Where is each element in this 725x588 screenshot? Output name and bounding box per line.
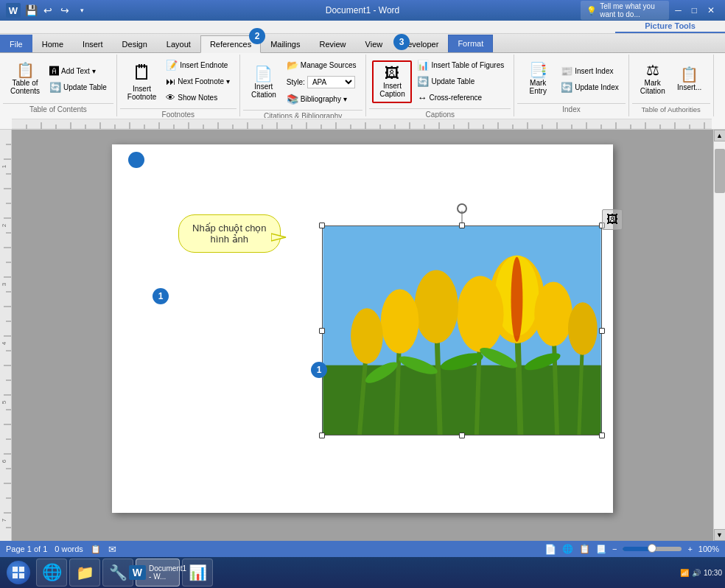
add-text-btn[interactable]: 🅰 Add Text ▾	[46, 63, 111, 79]
scroll-up-btn[interactable]: ▲	[714, 130, 726, 141]
update-index-icon: 🔄	[561, 82, 572, 93]
add-text-icon: 🅰	[49, 66, 59, 77]
handle-tc[interactable]	[459, 223, 465, 228]
svg-point-104	[381, 289, 419, 353]
maximize-btn[interactable]: □	[687, 1, 701, 20]
tab-review[interactable]: Review	[310, 35, 356, 52]
insert-index-icon: 📰	[561, 66, 572, 77]
tab-design[interactable]: Design	[113, 35, 157, 52]
tab-insert[interactable]: Insert	[73, 35, 113, 52]
show-notes-btn[interactable]: 👁 Show Notes	[162, 90, 234, 105]
svg-text:5: 5	[1, 400, 7, 404]
svg-rect-116	[19, 573, 24, 578]
insert-footnote-btn[interactable]: 🗒 Insert Footnote	[123, 60, 161, 104]
image-options-icon[interactable]: 🖼	[602, 209, 623, 230]
handle-bl[interactable]	[319, 433, 325, 438]
taskbar-excel[interactable]: 📊	[182, 559, 213, 587]
svg-point-106	[534, 281, 572, 346]
scroll-thumb[interactable]	[715, 149, 725, 193]
zoom-out-btn[interactable]: −	[612, 545, 617, 553]
style-select[interactable]: APA MLA Chicago	[307, 76, 355, 88]
tell-me-box[interactable]: 💡 Tell me what you want to do...	[581, 1, 669, 20]
start-button[interactable]	[3, 559, 34, 587]
insert-citation-btn[interactable]: 📄 Insert Citation	[246, 63, 281, 102]
svg-text:1: 1	[1, 164, 7, 168]
tab-mailings[interactable]: Mailings	[261, 35, 309, 52]
tab-layout[interactable]: Layout	[157, 35, 200, 52]
next-footnote-btn[interactable]: ⏭ Next Footnote ▾	[162, 74, 234, 89]
taskbar: 🌐 📁 🔧 W Document1 - W... 📊 📶 🔊 10:30	[0, 557, 725, 588]
scroll-area[interactable]: 1 Nhấp chuột chọn hình ảnh	[12, 130, 713, 541]
zoom-thumb[interactable]	[648, 544, 656, 553]
authorities-content: ⚖ Mark Citation 📋 Insert...	[632, 56, 710, 102]
group-table-of-contents: 📋 Table of Contents 🅰 Add Text ▾ 🔄 Updat…	[0, 55, 117, 116]
figures-icon: 📊	[417, 60, 429, 71]
view-mode-outline[interactable]: 📋	[579, 544, 590, 554]
scrollbar-right[interactable]: ▲ ▼	[713, 130, 725, 541]
picture-tools-label: Picture Tools	[615, 21, 725, 33]
view-mode-draft[interactable]: 📃	[596, 545, 606, 554]
index-content: 📑 Mark Entry 📰 Insert Index 🔄 Update Ind…	[517, 56, 626, 102]
zoom-in-btn[interactable]: +	[687, 545, 692, 553]
doc-page: 1 Nhấp chuột chọn hình ảnh	[112, 144, 613, 513]
proofread-icon[interactable]: 📋	[91, 545, 101, 554]
mark-citation-icon: ⚖	[646, 63, 659, 77]
footnotes-content: 🗒 Insert Footnote 📝 Insert Endnote ⏭ Nex…	[120, 56, 237, 107]
picture-tools-bar: Picture Tools	[0, 21, 725, 34]
tab-view[interactable]: View	[356, 35, 393, 52]
table-icon: 📋	[16, 63, 35, 77]
badge-1: 1	[153, 288, 169, 304]
tab-format[interactable]: Format	[448, 35, 493, 52]
table-of-contents-btn[interactable]: 📋 Table of Contents	[6, 60, 44, 98]
status-right: 📄 🌐 📋 📃 − + 100%	[544, 544, 719, 555]
update-icon: 🔄	[49, 82, 61, 93]
save-btn[interactable]: 💾	[24, 3, 38, 18]
badge-2	[128, 152, 144, 168]
tab-home[interactable]: Home	[32, 35, 73, 52]
taskbar-word[interactable]: W Document1 - W...	[136, 559, 180, 587]
update-table-btn[interactable]: 🔄 Update Table	[46, 80, 111, 95]
zoom-slider[interactable]	[623, 547, 682, 551]
update-index-btn[interactable]: 🔄 Update Index	[557, 80, 623, 95]
insert-endnote-btn[interactable]: 📝 Insert Endnote	[162, 57, 234, 73]
taskbar-explorer[interactable]: 📁	[69, 559, 100, 587]
insert-index-btn[interactable]: 📰 Insert Index	[557, 63, 623, 79]
word-logo-icon: W	[6, 3, 21, 18]
group-footnotes: 🗒 Insert Footnote 📝 Insert Endnote ⏭ Nex…	[117, 55, 240, 116]
insert-caption-btn[interactable]: 🖼 Insert Caption	[374, 63, 410, 101]
mark-entry-btn[interactable]: 📑 Mark Entry	[520, 60, 556, 98]
manage-sources-btn[interactable]: 📂 Manage Sources	[283, 57, 360, 73]
cross-ref-icon: ↔	[417, 92, 427, 103]
update-table-captions-btn[interactable]: 🔄 Update Table	[413, 74, 508, 89]
customize-btn[interactable]: ▾	[74, 3, 89, 18]
insert-table-authorities-btn[interactable]: 📋 Insert...	[672, 64, 707, 94]
captions-small-btns: 📊 Insert Table of Figures 🔄 Update Table…	[413, 57, 508, 105]
view-mode-print[interactable]: 📄	[544, 544, 556, 555]
citations-small-btns: 📂 Manage Sources Style: APA MLA Chicago	[283, 57, 360, 107]
handle-bc[interactable]	[459, 433, 465, 438]
svg-text:6: 6	[1, 459, 7, 463]
taskbar-ie[interactable]: 🌐	[36, 559, 67, 587]
handle-ml[interactable]	[319, 328, 325, 334]
handle-mr[interactable]	[599, 328, 605, 334]
svg-point-101	[457, 276, 504, 352]
tab-file[interactable]: File	[0, 35, 32, 52]
doc-area: 1 2 3 4 5 6 7 8 1 Nhấp chuột chọn hình ả…	[0, 130, 725, 541]
insert-table-of-figures-btn[interactable]: 📊 Insert Table of Figures	[413, 57, 508, 73]
mark-citation-btn[interactable]: ⚖ Mark Citation	[635, 60, 670, 98]
undo-btn[interactable]: ↩	[41, 3, 55, 18]
cross-reference-btn[interactable]: ↔ Cross-reference	[413, 90, 508, 105]
scroll-down-btn[interactable]: ▼	[714, 529, 726, 541]
svg-rect-113	[13, 567, 18, 572]
minimize-btn[interactable]: ─	[670, 1, 686, 20]
redo-btn[interactable]: ↪	[57, 3, 72, 18]
taskbar-network-icon: 📶	[680, 569, 689, 577]
tulip-image	[322, 225, 602, 435]
image-container[interactable]	[322, 225, 602, 435]
badge-2-ribbon: 2	[249, 28, 265, 44]
view-mode-web[interactable]: 🌐	[562, 544, 573, 554]
handle-br[interactable]	[599, 433, 605, 438]
close-btn[interactable]: ✕	[703, 1, 719, 20]
handle-tl[interactable]	[319, 223, 325, 228]
bibliography-btn[interactable]: 📚 Bibliography ▾	[283, 91, 360, 107]
